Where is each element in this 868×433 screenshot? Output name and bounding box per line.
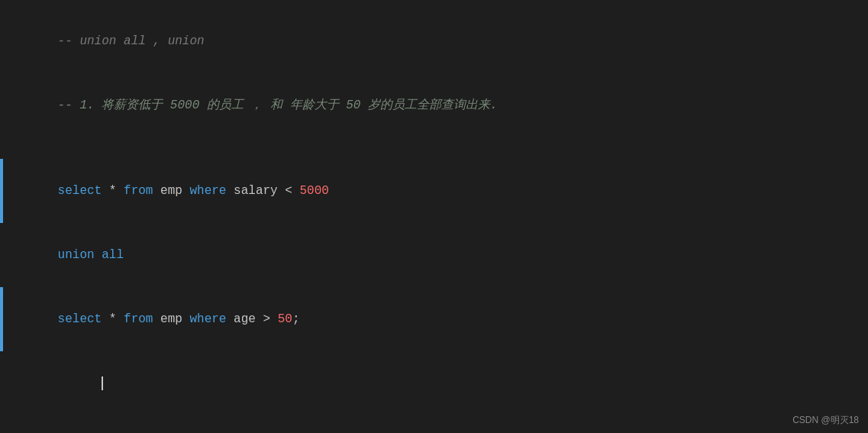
line-1-content: -- union all , union	[6, 9, 205, 73]
line-2-content: -- 1. 将薪资低于 5000 的员工 ， 和 年龄大于 50 岁的员工全部查…	[6, 73, 498, 137]
plain-6: emp	[153, 312, 189, 326]
keyword-from-2: from	[124, 312, 153, 326]
plain-4	[292, 184, 300, 198]
keyword-select-1: select	[58, 184, 102, 198]
keyword-from-1: from	[124, 184, 153, 198]
line-4: select * from emp where salary < 5000	[0, 159, 868, 223]
line-6-indicator	[0, 287, 3, 351]
line-5-content: union all	[6, 223, 124, 287]
line-6: select * from emp where age > 50;	[0, 287, 868, 351]
line-8	[0, 415, 868, 433]
line-6-content: select * from emp where age > 50;	[6, 287, 300, 351]
line-2: -- 1. 将薪资低于 5000 的员工 ， 和 年龄大于 50 岁的员工全部查…	[0, 73, 868, 137]
plain-5: *	[102, 312, 124, 326]
line-7-cursor	[0, 351, 868, 415]
text-cursor	[102, 376, 103, 390]
cursor-indent	[58, 376, 102, 390]
op-lt-1: <	[285, 184, 292, 198]
number-5000-1: 5000	[300, 184, 329, 198]
keyword-where-2: where	[189, 312, 226, 326]
op-gt-1: >	[263, 312, 270, 326]
plain-semi-1: ;	[292, 312, 300, 326]
line-1: -- union all , union	[0, 9, 868, 73]
watermark: CSDN @明灭18	[792, 414, 859, 427]
line-7-content	[6, 351, 103, 415]
plain-8	[270, 312, 278, 326]
comment-union-all: -- union all , union	[58, 34, 205, 48]
code-editor: -- union all , union -- 1. 将薪资低于 5000 的员…	[0, 0, 868, 433]
plain-7: age	[226, 312, 263, 326]
plain-1: *	[102, 184, 124, 198]
line-4-content: select * from emp where salary < 5000	[6, 159, 329, 223]
number-50-1: 50	[278, 312, 292, 326]
line-3	[0, 137, 868, 159]
line-5: union all	[0, 223, 868, 287]
plain-3: salary	[226, 184, 285, 198]
keyword-select-2: select	[58, 312, 102, 326]
plain-2: emp	[153, 184, 189, 198]
keyword-union-all: union all	[58, 248, 124, 262]
comment-chinese: -- 1. 将薪资低于 5000 的员工 ， 和 年龄大于 50 岁的员工全部查…	[58, 99, 498, 112]
line-4-indicator	[0, 159, 3, 223]
keyword-where-1: where	[189, 184, 226, 198]
